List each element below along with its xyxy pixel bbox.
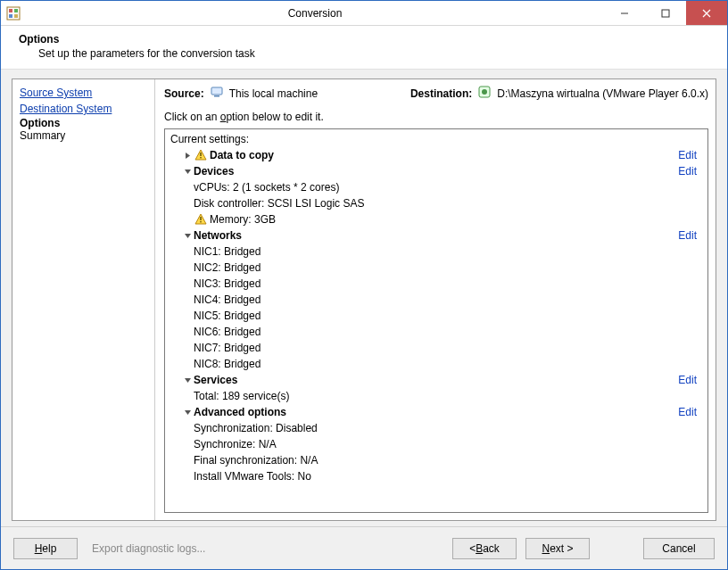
help-button[interactable]: Help — [13, 538, 78, 559]
edit-link-data[interactable]: Edit — [678, 147, 697, 163]
sidebar-item-summary: Summary — [20, 129, 147, 142]
section-networks[interactable]: Networks Edit — [167, 227, 702, 244]
nic7: NIC7: Bridged — [167, 340, 702, 356]
steps-sidebar: Source System Destination System Options… — [12, 79, 155, 520]
svg-rect-13 — [200, 153, 201, 156]
computer-icon — [210, 85, 224, 102]
expand-down-icon[interactable] — [181, 168, 194, 176]
titlebar: Conversion — [1, 1, 727, 26]
page-subtitle: Set up the parameters for the conversion… — [38, 47, 709, 60]
edit-hint: Click on an option below to edit it. — [164, 111, 708, 123]
section-devices[interactable]: Devices Edit — [167, 163, 702, 179]
export-logs-hint[interactable]: Export diagnostic logs... — [92, 542, 205, 555]
page-title: Options — [19, 33, 709, 45]
advanced-sync: Synchronization: Disabled — [167, 420, 702, 436]
svg-rect-3 — [9, 14, 12, 18]
devices-disk-controller: Disk controller: SCSI LSI Logic SAS — [167, 195, 702, 211]
svg-rect-4 — [14, 14, 18, 18]
expand-down-icon[interactable] — [181, 376, 194, 384]
devices-vcpus: vCPUs: 2 (1 sockets * 2 cores) — [167, 179, 702, 195]
advanced-synchronize: Synchronize: N/A — [167, 436, 702, 452]
nic6: NIC6: Bridged — [167, 324, 702, 340]
source-dest-row: Source: This local machine Destination: … — [164, 85, 708, 102]
settings-scroll[interactable]: Current settings: Data to copy Edit — [165, 129, 707, 512]
edit-link-networks[interactable]: Edit — [678, 227, 697, 244]
svg-rect-9 — [211, 87, 222, 95]
app-icon — [6, 6, 21, 21]
wizard-footer: Help Export diagnostic logs... < Back Ne… — [1, 526, 727, 569]
warning-icon — [194, 148, 208, 162]
devices-memory: Memory: 3GB — [167, 211, 702, 227]
vm-icon — [477, 85, 492, 102]
nic5: NIC5: Bridged — [167, 308, 702, 324]
main-panel: Source: This local machine Destination: … — [155, 79, 716, 520]
svg-rect-6 — [662, 10, 669, 17]
wizard-header: Options Set up the parameters for the co… — [1, 26, 727, 70]
sidebar-item-destination-system[interactable]: Destination System — [20, 101, 147, 117]
section-services[interactable]: Services Edit — [167, 372, 702, 388]
settings-box: Current settings: Data to copy Edit — [164, 128, 708, 513]
warning-icon — [194, 212, 208, 227]
svg-rect-10 — [214, 95, 219, 97]
nic8: NIC8: Bridged — [167, 356, 702, 372]
svg-rect-16 — [200, 221, 201, 222]
advanced-final-sync: Final synchronization: N/A — [167, 452, 702, 468]
back-button[interactable]: < Back — [452, 538, 517, 559]
edit-link-services[interactable]: Edit — [678, 372, 697, 388]
edit-link-advanced[interactable]: Edit — [678, 404, 697, 420]
expand-down-icon[interactable] — [181, 409, 194, 417]
nic1: NIC1: Bridged — [167, 244, 702, 260]
expand-down-icon[interactable] — [181, 232, 194, 240]
svg-rect-15 — [200, 217, 201, 220]
nic2: NIC2: Bridged — [167, 260, 702, 276]
wizard-body: Source System Destination System Options… — [1, 70, 727, 526]
cancel-button[interactable]: Cancel — [643, 538, 715, 559]
maximize-button[interactable] — [645, 1, 686, 25]
section-data-to-copy[interactable]: Data to copy Edit — [167, 147, 702, 163]
source-value: This local machine — [229, 87, 318, 100]
expand-right-icon[interactable] — [181, 152, 194, 160]
close-button[interactable] — [686, 1, 727, 25]
services-total: Total: 189 service(s) — [167, 388, 702, 404]
svg-rect-14 — [200, 157, 201, 158]
sidebar-item-source-system[interactable]: Source System — [20, 85, 147, 101]
sidebar-item-options: Options — [20, 117, 147, 129]
svg-rect-2 — [14, 9, 18, 12]
source-label: Source: — [164, 87, 204, 100]
svg-point-12 — [482, 89, 487, 95]
dialog-window: Conversion Options Set up the parameters… — [0, 0, 728, 570]
nic4: NIC4: Bridged — [167, 292, 702, 308]
minimize-button[interactable] — [604, 1, 645, 25]
dest-label: Destination: — [410, 87, 472, 100]
advanced-vmware-tools: Install VMware Tools: No — [167, 468, 702, 484]
window-title: Conversion — [26, 7, 604, 20]
next-button[interactable]: Next > — [525, 538, 590, 559]
settings-heading: Current settings: — [167, 131, 702, 147]
dest-value: D:\Maszyna wirtualna (VMware Player 6.0.… — [497, 87, 708, 100]
edit-link-devices[interactable]: Edit — [678, 163, 697, 179]
nic3: NIC3: Bridged — [167, 276, 702, 292]
svg-rect-1 — [9, 9, 12, 12]
section-advanced[interactable]: Advanced options Edit — [167, 404, 702, 420]
